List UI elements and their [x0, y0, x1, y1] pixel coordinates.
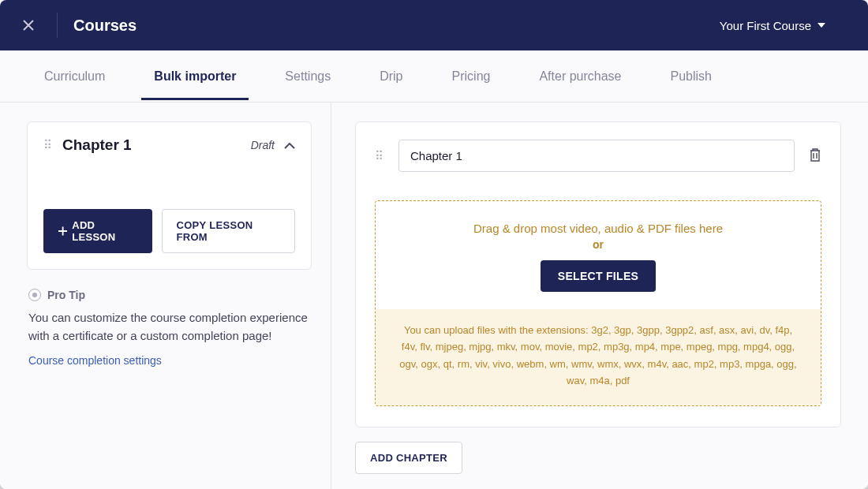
add-lesson-button[interactable]: ADD LESSON	[43, 209, 152, 253]
tab-curriculum[interactable]: Curriculum	[32, 52, 118, 100]
sidebar: ⠿ Chapter 1 Draft ADD LESSON COPY LESSON…	[0, 103, 331, 489]
tab-label: Curriculum	[44, 69, 105, 83]
tab-bulk-importer[interactable]: Bulk importer	[141, 52, 249, 100]
file-dropzone[interactable]: Drag & drop most video, audio & PDF file…	[375, 200, 821, 406]
tabs-bar: Curriculum Bulk importer Settings Drip P…	[0, 50, 868, 103]
draft-badge: Draft	[251, 139, 275, 151]
tab-settings[interactable]: Settings	[272, 52, 343, 100]
drop-instruction: Drag & drop most video, audio & PDF file…	[388, 222, 808, 235]
or-text: or	[388, 238, 808, 251]
importer-card: ⠿ Drag & drop most video, audio & PDF fi…	[355, 121, 841, 427]
delete-chapter-button[interactable]	[809, 147, 821, 165]
page-title: Courses	[73, 17, 720, 35]
tab-label: Publish	[670, 69, 711, 83]
tab-label: After purchase	[539, 69, 621, 83]
course-selector[interactable]: Your First Course	[720, 19, 825, 32]
tip-icon	[28, 289, 41, 301]
add-chapter-button[interactable]: ADD CHAPTER	[355, 442, 462, 474]
trash-icon	[809, 147, 821, 162]
header-divider	[57, 13, 58, 38]
tab-label: Pricing	[452, 69, 491, 83]
collapse-toggle[interactable]	[284, 138, 295, 152]
select-files-button[interactable]: SELECT FILES	[541, 260, 656, 292]
close-button[interactable]	[19, 16, 38, 35]
plus-icon	[58, 226, 67, 236]
button-label: SELECT FILES	[558, 270, 638, 282]
chapter-card: ⠿ Chapter 1 Draft ADD LESSON COPY LESSON…	[27, 121, 312, 270]
tip-label: Pro Tip	[47, 289, 85, 301]
chevron-up-icon	[284, 143, 295, 149]
main-panel: ⠿ Drag & drop most video, audio & PDF fi…	[331, 103, 868, 489]
caret-down-icon	[817, 23, 825, 28]
button-label: ADD CHAPTER	[370, 452, 447, 464]
tab-pricing[interactable]: Pricing	[440, 52, 503, 100]
tab-publish[interactable]: Publish	[657, 52, 724, 100]
tab-after-purchase[interactable]: After purchase	[526, 52, 634, 100]
button-label: COPY LESSON FROM	[177, 219, 280, 243]
chapter-name-input[interactable]	[398, 140, 795, 172]
tab-label: Settings	[285, 69, 331, 83]
tab-label: Drip	[380, 69, 402, 83]
drag-handle-icon[interactable]: ⠿	[375, 149, 384, 163]
chapter-title: Chapter 1	[62, 136, 241, 154]
tip-link[interactable]: Course completion settings	[28, 354, 310, 367]
tab-label: Bulk importer	[154, 69, 236, 83]
header-bar: Courses Your First Course	[0, 0, 868, 50]
tip-body: You can customize the course completion …	[28, 309, 310, 345]
close-icon	[22, 19, 35, 32]
extensions-note: You can upload files with the extensions…	[376, 309, 821, 405]
pro-tip: Pro Tip You can customize the course com…	[27, 289, 312, 367]
tab-drip[interactable]: Drip	[367, 52, 415, 100]
course-name: Your First Course	[720, 19, 811, 32]
drag-handle-icon[interactable]: ⠿	[43, 138, 53, 152]
button-label: ADD LESSON	[72, 219, 137, 243]
copy-lesson-button[interactable]: COPY LESSON FROM	[162, 209, 295, 253]
